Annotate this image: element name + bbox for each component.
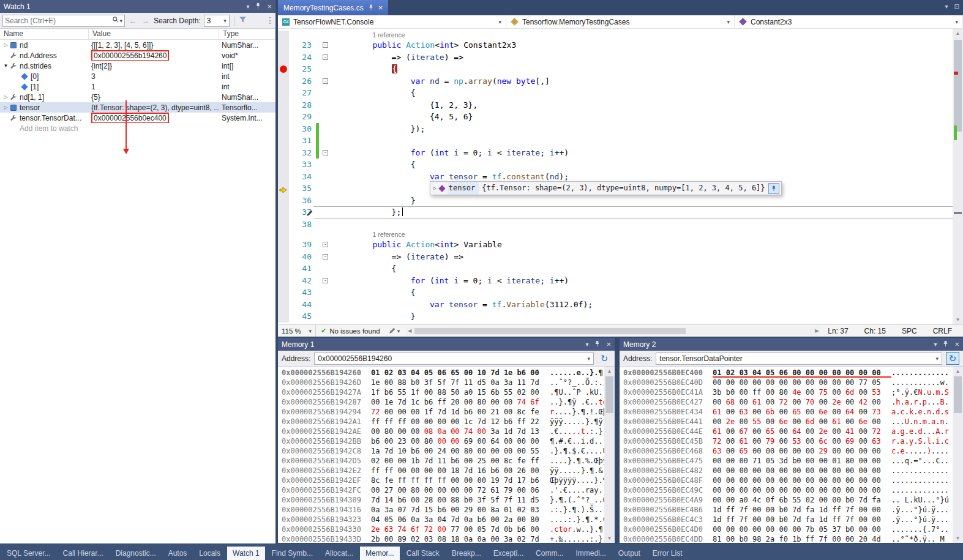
tool-window-tab[interactable]: Breakp... xyxy=(446,547,487,560)
refresh-icon[interactable]: ↻ xyxy=(946,352,959,365)
collapse-region-icon[interactable]: - xyxy=(323,78,328,84)
watch-row-value-cell[interactable] xyxy=(89,123,219,133)
glyph-margin[interactable] xyxy=(278,147,289,159)
breadcrumb-item-method[interactable]: Constant2x3▾ xyxy=(735,15,963,28)
scroll-up-icon[interactable]: ▲ xyxy=(953,367,963,376)
toolbar-overflow-grip[interactable] xyxy=(269,17,272,24)
chevron-down-icon[interactable]: ▾ xyxy=(955,19,958,25)
memory-bytes[interactable]: 00 00 00 00 00 00 00 00 00 00 00 00 00 xyxy=(713,466,891,476)
memory-bytes[interactable]: 04 05 06 0a 3a 04 7d 0a b6 00 2a 00 80 xyxy=(371,515,550,525)
watch-row-value-cell[interactable]: {int[2]} xyxy=(89,61,219,71)
collapse-region-icon[interactable]: - xyxy=(323,242,328,247)
memory-bytes[interactable]: 72 00 00 00 1f 7d 1d b6 00 21 00 8c fe xyxy=(371,407,550,417)
collapse-region-icon[interactable]: - xyxy=(323,278,328,283)
filter-icon[interactable] xyxy=(239,16,247,25)
memory-bytes[interactable]: 1d ff 7f 00 00 b0 7d fa 1d ff 7f 00 00 xyxy=(713,505,891,515)
glyph-margin[interactable] xyxy=(278,218,289,231)
tab-close-icon[interactable]: × xyxy=(378,3,383,12)
window-position-icon[interactable]: ▾ xyxy=(585,341,588,348)
watch-row[interactable]: Add item to watch xyxy=(0,123,275,133)
watch-row[interactable]: [0]3int xyxy=(0,71,275,81)
memory-bytes[interactable]: ff ff 00 00 00 00 18 7d 16 b6 00 26 00 xyxy=(371,466,550,476)
expander-collapsed-icon[interactable]: ▷ xyxy=(2,42,10,48)
chevron-down-icon[interactable]: ▾ xyxy=(935,356,939,362)
search-next-icon[interactable]: → xyxy=(141,17,151,25)
glyph-margin[interactable] xyxy=(278,182,289,195)
watch-row[interactable]: ▼nd.strides{int[2]}int[] xyxy=(0,61,275,71)
glyph-margin[interactable] xyxy=(278,299,289,311)
memory-bytes[interactable]: 00 00 00 71 05 3d b0 00 00 01 80 00 00 xyxy=(713,456,891,466)
glyph-margin[interactable] xyxy=(278,239,289,251)
refresh-icon[interactable]: ↻ xyxy=(598,352,611,365)
memory-bytes[interactable]: 72 00 61 00 79 00 53 00 6c 00 69 00 63 xyxy=(713,436,891,446)
glyph-margin[interactable] xyxy=(278,31,289,39)
glyph-margin[interactable] xyxy=(278,123,289,135)
glyph-margin[interactable] xyxy=(278,51,289,64)
datatip-pin-icon[interactable] xyxy=(768,183,779,194)
zoom-select[interactable]: 115 % ▾ xyxy=(278,325,316,337)
chevron-down-icon[interactable]: ▾ xyxy=(727,19,730,25)
memory-bytes[interactable]: 00 00 00 00 00 00 00 00 00 00 00 00 00 xyxy=(713,476,891,485)
chevron-down-icon[interactable]: ▾ xyxy=(498,19,501,25)
editor-horizontal-scrollbar[interactable]: ◀ ▶ xyxy=(406,327,820,335)
code-editor[interactable]: 1 reference23-public Action<int> Constan… xyxy=(278,29,963,324)
expander-expanded-icon[interactable]: ▼ xyxy=(2,63,10,69)
glyph-margin[interactable] xyxy=(278,171,289,183)
tool-window-tab[interactable]: Find Symb... xyxy=(266,547,318,560)
search-prev-icon[interactable]: ← xyxy=(128,17,138,25)
tool-window-tab[interactable]: Autos xyxy=(163,547,193,560)
glyph-margin[interactable] xyxy=(278,310,289,323)
glyph-margin[interactable] xyxy=(278,195,289,207)
tool-window-tab[interactable]: Error List xyxy=(647,547,688,560)
search-input[interactable]: ▾ xyxy=(2,15,125,27)
scrollbar-thumb[interactable] xyxy=(954,376,962,413)
scroll-down-icon[interactable]: ▼ xyxy=(953,534,963,543)
memory1-address-input[interactable]: 0x000002556B194260 ▾ xyxy=(314,353,594,365)
glyph-margin[interactable] xyxy=(278,263,289,275)
memory-bytes[interactable]: 1a 7d 10 b6 00 24 00 80 00 00 00 00 55 xyxy=(371,446,550,456)
glyph-margin[interactable] xyxy=(278,275,289,287)
column-header-type[interactable]: Type xyxy=(219,29,275,39)
pin-icon[interactable] xyxy=(255,2,261,10)
memory-bytes[interactable]: 2b 00 89 02 03 08 18 0a 0a 00 3a 02 7d xyxy=(371,534,550,543)
watch-row[interactable]: tensor.TensorDat...0x000002556b0ec400Sys… xyxy=(0,113,275,123)
pin-icon[interactable] xyxy=(594,340,601,348)
glyph-margin[interactable] xyxy=(278,230,289,239)
datatip-popup[interactable]: ▷tensor{tf.Tensor: shape=(2, 3), dtype=u… xyxy=(430,181,782,195)
memory-bytes[interactable]: 00 2e 00 55 00 6e 00 6d 00 61 00 6e 00 xyxy=(713,417,891,427)
watch-row[interactable]: ▷nd[1, 1]{5}NumShar... xyxy=(0,92,275,102)
scroll-right-icon[interactable]: ▶ xyxy=(813,327,820,335)
column-indicator[interactable]: Ch: 15 xyxy=(864,327,886,335)
memory-bytes[interactable]: 81 00 b0 98 2a f0 1b ff 7f 00 00 20 4d xyxy=(713,534,891,543)
watch-row-value-cell[interactable]: 0x000002556b0ec400 xyxy=(89,113,219,123)
tool-window-tab[interactable]: Comm... xyxy=(530,547,569,560)
memory-bytes[interactable]: 8c fe ff ff ff ff 00 00 00 19 7d 17 b6 xyxy=(371,476,550,485)
memory-bytes[interactable]: ff ff ff 00 00 00 00 1c 7d 12 b6 ff 22 xyxy=(371,417,550,427)
collapse-region-icon[interactable]: - xyxy=(323,254,328,259)
glyph-margin[interactable] xyxy=(278,159,289,171)
pin-icon[interactable] xyxy=(942,340,949,348)
glyph-margin[interactable] xyxy=(278,286,289,299)
memory-bytes[interactable]: 00 68 00 61 00 72 00 70 00 2e 00 42 00 xyxy=(713,397,891,407)
search-depth-select[interactable]: 3 ▾ xyxy=(204,15,230,27)
memory-bytes[interactable]: 61 00 63 00 6b 00 65 00 6e 00 64 00 73 xyxy=(713,407,891,417)
tool-window-tab[interactable]: Output xyxy=(613,547,646,560)
health-options-button[interactable]: ▾ xyxy=(385,327,404,334)
memory-bytes[interactable]: 00 00 00 00 00 00 00 00 00 00 00 00 00 xyxy=(713,485,891,495)
watch-row-value-cell[interactable]: 3 xyxy=(89,71,219,81)
glyph-margin[interactable] xyxy=(278,206,289,218)
watch-row-value-cell[interactable]: {[[1, 2, 3], [4, 5, 6]]} xyxy=(89,40,219,50)
memory-bytes[interactable]: 0a 3a 07 7d 15 b6 00 29 00 8a 01 02 03 xyxy=(371,505,550,515)
close-icon[interactable]: × xyxy=(954,340,959,349)
memory-bytes[interactable]: 00 80 00 00 08 0a 00 74 00 3a 1d 7d 13 xyxy=(371,427,550,436)
scroll-left-icon[interactable]: ◀ xyxy=(406,327,413,335)
memory-bytes[interactable]: 1d ff 7f 00 00 b0 7d fa 1d ff 7f 00 00 xyxy=(713,515,891,525)
window-position-icon[interactable]: ▾ xyxy=(246,3,249,10)
watch-row-value-cell[interactable]: {5} xyxy=(89,92,219,102)
glyph-margin[interactable] xyxy=(278,251,289,263)
memory-bytes[interactable]: 3b b0 00 ff 00 80 4e 00 75 00 6d 00 53 xyxy=(713,387,891,397)
scroll-up-icon[interactable]: ▲ xyxy=(604,367,615,376)
datatip-name[interactable]: tensor xyxy=(448,182,479,195)
glyph-margin[interactable] xyxy=(278,63,289,75)
memory-bytes[interactable]: 7d 14 b6 00 28 00 88 b0 3f 5f 7f 11 d5 xyxy=(371,495,550,505)
